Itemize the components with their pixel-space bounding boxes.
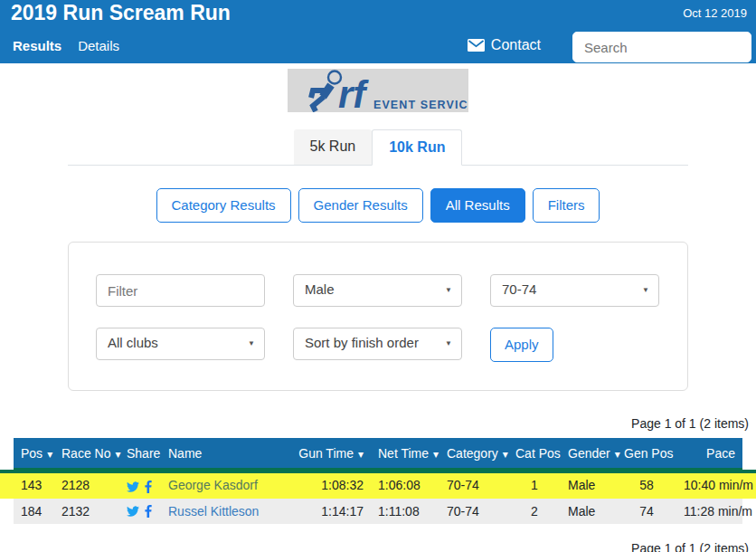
twitter-icon[interactable] (127, 481, 139, 492)
event-date: Oct 12 2019 (683, 6, 747, 20)
view-buttons: Category Results Gender Results All Resu… (0, 188, 756, 223)
page-title: 2019 Run Scream Run (11, 1, 231, 25)
table-header-row: Pos Race No Share Name Gun Time Net Time… (14, 438, 742, 470)
race-tabs: 5k Run 10k Run (68, 129, 688, 166)
all-results-button[interactable]: All Results (430, 188, 525, 223)
filter-input[interactable] (96, 274, 265, 307)
col-header-net-time[interactable]: Net Time (371, 438, 439, 470)
col-header-gen-pos: Gen Pos (617, 438, 676, 470)
results-table: Pos Race No Share Name Gun Time Net Time… (14, 438, 742, 524)
logo-section: rf EVENT SERVICES (0, 69, 756, 112)
tab-5k-run[interactable]: 5k Run (294, 129, 373, 165)
cell-cat-pos: 2 (508, 499, 561, 524)
cell-gen-pos: 74 (617, 499, 676, 524)
main-nav: Results Details (11, 36, 121, 55)
svg-text:EVENT SERVICES: EVENT SERVICES (373, 99, 468, 111)
cell-share (119, 470, 161, 499)
cell-gun-time: 1:08:32 (291, 470, 371, 499)
apply-button[interactable]: Apply (490, 328, 553, 362)
pagination-top: Page 1 of 1 (2 items) (7, 416, 749, 431)
twitter-icon[interactable] (127, 506, 139, 517)
contact-link[interactable]: Contact (468, 37, 541, 53)
results-table-zone: Pos Race No Share Name Gun Time Net Time… (0, 438, 756, 524)
gender-select[interactable]: Male (293, 274, 462, 307)
nav-item-details[interactable]: Details (76, 36, 121, 55)
table-row: 184 2132 Russel Kittleson 1:14:17 1:11:0… (14, 499, 742, 524)
runner-name-link[interactable]: Russel Kittleson (168, 504, 259, 519)
cell-gender: Male (561, 499, 617, 524)
contact-label: Contact (491, 37, 541, 53)
cell-cat-pos: 1 (508, 470, 561, 499)
filter-panel: Male 70-74 All clubs Sort by finish orde… (68, 242, 688, 391)
cell-race-no: 2128 (54, 470, 119, 499)
cell-net-time: 1:11:08 (371, 499, 439, 524)
filters-button[interactable]: Filters (533, 188, 600, 223)
col-header-share: Share (119, 438, 161, 470)
cell-pos: 184 (14, 499, 54, 524)
search-input[interactable] (572, 32, 751, 62)
cell-race-no: 2132 (54, 499, 119, 524)
cell-share (119, 499, 161, 524)
tab-10k-run[interactable]: 10k Run (372, 129, 462, 166)
rf-event-services-logo: rf EVENT SERVICES (288, 69, 468, 112)
club-select[interactable]: All clubs (96, 328, 265, 360)
category-select[interactable]: 70-74 (490, 274, 659, 307)
col-header-pos[interactable]: Pos (14, 438, 54, 470)
cell-pace: 11:28 min/m (676, 499, 742, 524)
cell-net-time: 1:06:08 (371, 470, 439, 499)
cell-category: 70-74 (439, 499, 508, 524)
pagination-bottom: Page 1 of 1 (2 items) (7, 541, 749, 552)
cell-gun-time: 1:14:17 (291, 499, 371, 524)
cell-gender: Male (561, 470, 617, 499)
facebook-icon[interactable] (145, 481, 152, 493)
col-header-gun-time[interactable]: Gun Time (291, 438, 371, 470)
cell-pos: 143 (14, 470, 54, 499)
cell-gen-pos: 58 (617, 470, 676, 499)
cell-pace: 10:40 min/m (676, 470, 742, 499)
nav-item-results[interactable]: Results (11, 36, 63, 55)
gender-results-button[interactable]: Gender Results (298, 188, 423, 223)
col-header-pace: Pace (676, 438, 742, 470)
col-header-name: Name (161, 438, 291, 470)
col-header-cat-pos: Cat Pos (508, 438, 561, 470)
envelope-icon (468, 39, 485, 52)
category-results-button[interactable]: Category Results (156, 188, 291, 223)
col-header-category[interactable]: Category (439, 438, 508, 470)
facebook-icon[interactable] (145, 505, 152, 518)
svg-text:rf: rf (338, 73, 369, 112)
runner-name-link[interactable]: George Kasdorf (168, 478, 258, 492)
col-header-gender[interactable]: Gender (561, 438, 617, 470)
sort-select[interactable]: Sort by finish order (293, 328, 462, 360)
col-header-race-no[interactable]: Race No (54, 438, 119, 470)
top-banner: 2019 Run Scream Run Oct 12 2019 Results … (0, 0, 756, 63)
cell-category: 70-74 (439, 470, 508, 499)
table-row-highlighted: 143 2128 George Kasdorf 1:08:32 1:06:08 (14, 470, 742, 499)
